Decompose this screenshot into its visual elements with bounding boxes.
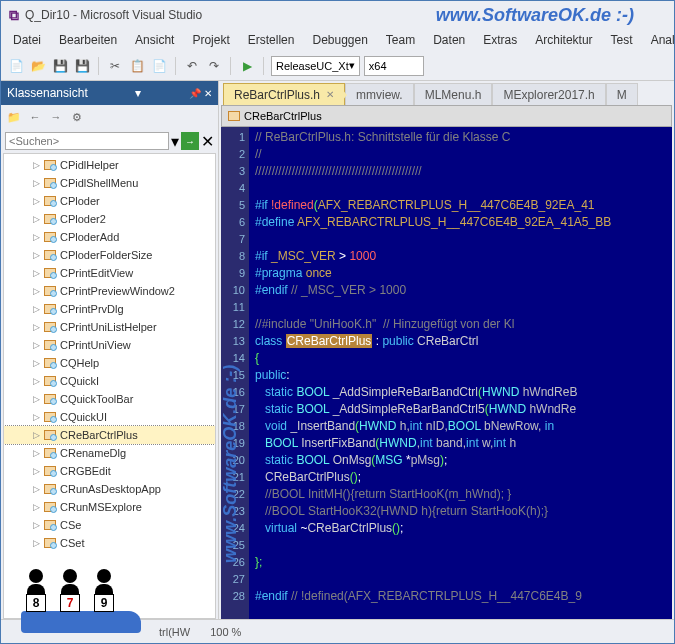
settings-icon[interactable]: ⚙ [68, 108, 86, 126]
class-tree[interactable]: ▷CPidlHelper▷CPidlShellMenu▷CPloder▷CPlo… [3, 153, 216, 619]
figure-8: 8 [21, 569, 51, 615]
tree-item-crunmsexplore[interactable]: ▷CRunMSExplore [4, 498, 215, 516]
tab-rebarctrlplush[interactable]: ReBarCtrlPlus.h✕ [223, 83, 345, 105]
start-debug-icon[interactable]: ▶ [238, 57, 256, 75]
tree-item-cploderfoldersize[interactable]: ▷CPloderFolderSize [4, 246, 215, 264]
dropdown-icon[interactable]: ▾ [135, 86, 141, 100]
class-search-row: ▾ → ✕ [1, 129, 218, 153]
platform-dropdown[interactable]: x64 [364, 56, 424, 76]
search-go-button[interactable]: → [181, 132, 199, 150]
window-title: Q_Dir10 - Microsoft Visual Studio [25, 8, 202, 22]
open-icon[interactable]: 📂 [29, 57, 47, 75]
separator [98, 57, 99, 75]
separator [230, 57, 231, 75]
forward-icon[interactable]: → [47, 108, 65, 126]
tree-item-cprintuniview[interactable]: ▷CPrintUniView [4, 336, 215, 354]
class-view-toolbar: 📁 ← → ⚙ [1, 105, 218, 129]
tree-item-cquicktoolbar[interactable]: ▷CQuickToolBar [4, 390, 215, 408]
tree-item-cploderadd[interactable]: ▷CPloderAdd [4, 228, 215, 246]
config-dropdown[interactable]: ReleaseUC_Xt ▾ [271, 56, 360, 76]
tree-item-cset[interactable]: ▷CSet [4, 534, 215, 552]
menu-analyse[interactable]: Analyse [643, 31, 675, 49]
menu-architektur[interactable]: Architektur [527, 31, 600, 49]
tree-item-cqhelp[interactable]: ▷CQHelp [4, 354, 215, 372]
save-icon[interactable]: 💾 [51, 57, 69, 75]
main-area: Klassenansicht ▾ 📌 ✕ 📁 ← → ⚙ ▾ → ✕ ▷CPid… [1, 81, 674, 619]
vs-logo-icon: ⧉ [9, 7, 19, 24]
code-lines[interactable]: // ReBarCtrlPlus.h: Schnittstelle für di… [249, 127, 672, 619]
editor-area: ReBarCtrlPlus.h✕mmview.MLMenu.hMExplorer… [219, 81, 674, 619]
tab-m[interactable]: M [606, 83, 638, 105]
class-search-input[interactable] [5, 132, 169, 150]
nav-bar[interactable]: CReBarCtrlPlus [221, 105, 672, 127]
figure-7: 7 [55, 569, 85, 615]
code-editor[interactable]: 1234567891011121314151617181920212223242… [221, 127, 672, 619]
tab-mmview[interactable]: mmview. [345, 83, 414, 105]
menu-debuggen[interactable]: Debuggen [304, 31, 375, 49]
cut-icon[interactable]: ✂ [106, 57, 124, 75]
menu-bearbeiten[interactable]: Bearbeiten [51, 31, 125, 49]
tree-item-cquickui[interactable]: ▷CQuickUI [4, 408, 215, 426]
overlay-figures: 8 7 9 [21, 569, 119, 615]
editor-tabs: ReBarCtrlPlus.h✕mmview.MLMenu.hMExplorer… [219, 81, 674, 105]
tree-item-cploder2[interactable]: ▷CPloder2 [4, 210, 215, 228]
status-hint: trl(HW [159, 626, 190, 638]
watermark-side: www.SoftwareOK.de :-) [220, 365, 241, 563]
new-folder-icon[interactable]: 📁 [5, 108, 23, 126]
watermark-top: www.SoftwareOK.de :-) [436, 5, 634, 26]
menu-extras[interactable]: Extras [475, 31, 525, 49]
menu-erstellen[interactable]: Erstellen [240, 31, 303, 49]
menu-datei[interactable]: Datei [5, 31, 49, 49]
undo-icon[interactable]: ↶ [183, 57, 201, 75]
tab-mlmenuh[interactable]: MLMenu.h [414, 83, 493, 105]
redo-icon[interactable]: ↷ [205, 57, 223, 75]
class-view-title: Klassenansicht [7, 86, 88, 100]
nav-class: CReBarCtrlPlus [244, 110, 322, 122]
separator [175, 57, 176, 75]
menu-team[interactable]: Team [378, 31, 423, 49]
back-icon[interactable]: ← [26, 108, 44, 126]
figure-9: 9 [89, 569, 119, 615]
menu-test[interactable]: Test [603, 31, 641, 49]
tree-item-cprintprvdlg[interactable]: ▷CPrintPrvDlg [4, 300, 215, 318]
tree-item-cse[interactable]: ▷CSe [4, 516, 215, 534]
tab-mexplorer2017h[interactable]: MExplorer2017.h [492, 83, 605, 105]
new-project-icon[interactable]: 📄 [7, 57, 25, 75]
status-zoom: 100 % [210, 626, 241, 638]
tree-item-cpidlhelper[interactable]: ▷CPidlHelper [4, 156, 215, 174]
tree-item-crenamedlg[interactable]: ▷CRenameDlg [4, 444, 215, 462]
tree-item-cploder[interactable]: ▷CPloder [4, 192, 215, 210]
search-dropdown-icon[interactable]: ▾ [171, 132, 179, 151]
tree-item-cpidlshellmenu[interactable]: ▷CPidlShellMenu [4, 174, 215, 192]
save-all-icon[interactable]: 💾 [73, 57, 91, 75]
menu-daten[interactable]: Daten [425, 31, 473, 49]
tree-item-crebarctrlplus[interactable]: ▷CReBarCtrlPlus [4, 426, 215, 444]
class-view-panel: Klassenansicht ▾ 📌 ✕ 📁 ← → ⚙ ▾ → ✕ ▷CPid… [1, 81, 219, 619]
tree-item-crgbedit[interactable]: ▷CRGBEdit [4, 462, 215, 480]
clear-search-icon[interactable]: ✕ [201, 132, 214, 151]
tree-item-cprintpreviewwindow2[interactable]: ▷CPrintPreviewWindow2 [4, 282, 215, 300]
class-icon [228, 111, 240, 121]
tree-item-cquicki[interactable]: ▷CQuickI [4, 372, 215, 390]
copy-icon[interactable]: 📋 [128, 57, 146, 75]
pin-icon[interactable]: 📌 ✕ [189, 88, 212, 99]
tree-item-cprinteditview[interactable]: ▷CPrintEditView [4, 264, 215, 282]
separator [263, 57, 264, 75]
class-view-header: Klassenansicht ▾ 📌 ✕ [1, 81, 218, 105]
tree-item-cprintunilisthelper[interactable]: ▷CPrintUniListHelper [4, 318, 215, 336]
menubar: Datei Bearbeiten Ansicht Projekt Erstell… [1, 29, 674, 51]
menu-projekt[interactable]: Projekt [184, 31, 237, 49]
paste-icon[interactable]: 📄 [150, 57, 168, 75]
toolbar: 📄 📂 💾 💾 ✂ 📋 📄 ↶ ↷ ▶ ReleaseUC_Xt ▾ x64 [1, 51, 674, 81]
menu-ansicht[interactable]: Ansicht [127, 31, 182, 49]
tree-item-crunasdesktopapp[interactable]: ▷CRunAsDesktopApp [4, 480, 215, 498]
